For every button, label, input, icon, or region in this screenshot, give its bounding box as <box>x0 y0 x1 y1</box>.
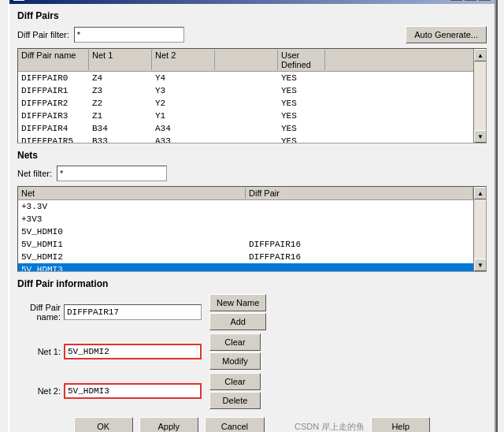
help-button[interactable]: Help <box>371 417 430 432</box>
diff-pairs-col-net1: Net 1 <box>89 50 152 70</box>
nets-scrollbar[interactable]: ▲ ▼ <box>473 187 486 271</box>
nets-table-body: +3.3V +3V3 5V_HDMI0 5V_HDMI1 <box>18 200 473 271</box>
net1-buttons: Clear Modify <box>209 333 261 370</box>
net1-row: Net 1: Clear Modify <box>17 333 487 370</box>
diff-pairs-table-body: DIFFPAIR0 Z4 Y4 YES DIFFPAIR1 Z3 Y3 YES <box>18 72 473 143</box>
table-row[interactable]: 5V_HDMI3 <box>18 263 473 271</box>
table-row[interactable]: +3.3V <box>18 200 473 213</box>
title-buttons: ─ □ ✕ <box>450 0 491 1</box>
title-bar-left: D Assign Differential Pair <box>13 0 123 1</box>
nets-scroll-track[interactable] <box>474 199 486 259</box>
new-name-button[interactable]: New Name <box>209 294 266 311</box>
add-button[interactable]: Add <box>209 313 266 330</box>
scroll-up-button[interactable]: ▲ <box>474 49 487 61</box>
net-filter-label: Net filter: <box>17 169 52 178</box>
diff-pairs-col-user-defined: User Defined <box>278 50 325 70</box>
nets-col-diff-pair: Diff Pair <box>246 188 473 199</box>
table-row[interactable]: DIFFPAIR1 Z3 Y3 YES <box>18 84 473 97</box>
diff-pairs-col-name: Diff Pair name <box>18 50 89 70</box>
net-filter-row: Net filter: <box>17 166 487 181</box>
net2-label: Net 2: <box>17 386 61 396</box>
main-window: D Assign Differential Pair ─ □ ✕ Diff Pa… <box>8 0 496 432</box>
ok-button[interactable]: OK <box>74 417 133 432</box>
delete-button[interactable]: Delete <box>209 392 261 409</box>
nets-section-label: Nets <box>17 150 487 161</box>
dialog-content: Diff Pairs Diff Pair filter: Auto Genera… <box>9 4 495 432</box>
diff-pair-name-buttons: New Name Add <box>209 294 266 330</box>
window-icon: D <box>13 0 24 1</box>
table-row[interactable]: DIFFPAIR0 Z4 Y4 YES <box>18 72 473 84</box>
scroll-track[interactable] <box>474 61 486 130</box>
watermark: CSDN 岸上走的鱼 <box>295 421 365 433</box>
diff-pair-info-label: Diff Pair information <box>17 278 487 289</box>
nets-scroll-up[interactable]: ▲ <box>474 187 487 199</box>
diff-pair-name-row: Diff Pair name: New Name Add <box>17 294 487 330</box>
nets-scroll-down[interactable]: ▼ <box>474 259 487 271</box>
net-filter-input[interactable] <box>57 166 167 181</box>
diff-pairs-col-net2: Net 2 <box>152 50 215 70</box>
maximize-button[interactable]: □ <box>464 0 476 1</box>
net1-label: Net 1: <box>17 347 61 356</box>
table-row[interactable]: 5V_HDMI2 DIFFPAIR16 <box>18 251 473 263</box>
table-row[interactable]: 5V_HDMI0 <box>18 225 473 238</box>
diff-pair-name-input[interactable] <box>64 304 202 320</box>
net2-buttons: Clear Delete <box>209 373 261 409</box>
diff-pair-info-section: Diff Pair information Diff Pair name: Ne… <box>17 278 487 409</box>
diff-pair-filter-input[interactable] <box>74 27 184 43</box>
bottom-buttons: OK Apply Cancel CSDN 岸上走的鱼 Help <box>17 412 487 432</box>
diff-pair-filter-label: Diff Pair filter: <box>17 30 69 39</box>
diff-pairs-table: Diff Pair name Net 1 Net 2 User Defined … <box>17 48 487 143</box>
nets-col-net: Net <box>18 188 246 199</box>
table-row[interactable]: DIFFPAIR3 Z1 Y1 YES <box>18 110 473 122</box>
diff-pairs-col-space <box>215 50 278 70</box>
diff-pairs-table-header: Diff Pair name Net 1 Net 2 User Defined <box>18 49 473 72</box>
minimize-button[interactable]: ─ <box>450 0 462 1</box>
nets-table-header: Net Diff Pair <box>18 187 473 200</box>
apply-button[interactable]: Apply <box>139 417 198 432</box>
diff-pair-name-label: Diff Pair name: <box>17 303 61 322</box>
scroll-down-button[interactable]: ▼ <box>474 130 487 143</box>
auto-generate-button[interactable]: Auto Generate... <box>406 26 487 43</box>
clear2-button[interactable]: Clear <box>209 373 261 390</box>
net2-row: Net 2: Clear Delete <box>17 373 487 409</box>
close-button[interactable]: ✕ <box>478 0 491 1</box>
diff-pair-filter-row: Diff Pair filter: Auto Generate... <box>17 26 487 43</box>
diff-pairs-scrollbar[interactable]: ▲ ▼ <box>473 49 486 143</box>
table-row[interactable]: DIFFPAIR2 Z2 Y2 YES <box>18 97 473 110</box>
net1-input[interactable] <box>64 344 202 359</box>
modify-button[interactable]: Modify <box>209 352 261 370</box>
table-row[interactable]: DIFFFPAIR5 B33 A33 YES <box>18 135 473 143</box>
net2-input[interactable] <box>64 383 202 399</box>
cancel-button[interactable]: Cancel <box>205 417 265 432</box>
clear1-button[interactable]: Clear <box>209 333 261 351</box>
diff-pairs-section-label: Diff Pairs <box>17 10 487 21</box>
table-row[interactable]: DIFFPAIR4 B34 A34 YES <box>18 122 473 135</box>
table-row[interactable]: 5V_HDMI1 DIFFPAIR16 <box>18 238 473 251</box>
table-row[interactable]: +3V3 <box>18 213 473 225</box>
nets-table: Net Diff Pair +3.3V +3V3 5V_H <box>17 186 487 272</box>
